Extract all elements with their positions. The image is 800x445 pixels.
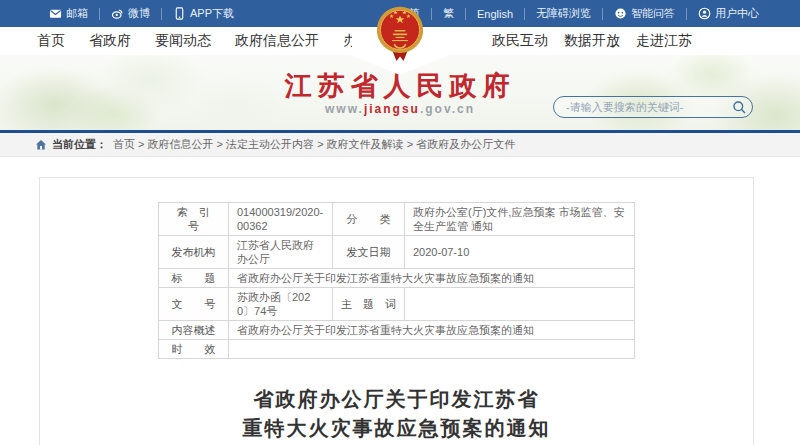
smart-qa-link[interactable]: 智能问答 [603, 8, 687, 20]
meta-label: 时 效 [159, 340, 229, 359]
table-row: 文 号苏政办函〔2020〕74号主 题 词 [159, 288, 635, 321]
nav-item-open-data[interactable]: 数据开放 [564, 32, 620, 50]
site-search [553, 96, 753, 118]
user-center-link[interactable]: 用户中心 [687, 8, 770, 20]
meta-value: 省政府办公厅关于印发江苏省重特大火灾事故应急预案的通知 [229, 321, 635, 340]
table-row: 内容概述省政府办公厅关于印发江苏省重特大火灾事故应急预案的通知 [159, 321, 635, 340]
lang-english-link[interactable]: English [466, 8, 525, 20]
url-highlight: jiangsu [364, 102, 420, 116]
meta-value [405, 288, 635, 321]
accessibility-label: 无障碍浏览 [536, 6, 591, 21]
accessibility-link[interactable]: 无障碍浏览 [525, 8, 603, 20]
mail-link[interactable]: 邮箱 [38, 8, 100, 20]
nav-item-interaction[interactable]: 政民互动 [492, 32, 548, 50]
topbar-left-group: 邮箱 微博 APP下载 [0, 0, 245, 27]
nav-item-provincial-gov[interactable]: 省政府 [89, 32, 131, 50]
meta-value: 2020-07-10 [405, 236, 635, 269]
breadcrumb-prefix: 当前位置： [52, 137, 107, 152]
meta-label: 索 引 号 [159, 203, 229, 236]
search-button[interactable] [726, 97, 752, 117]
meta-label: 发文日期 [333, 236, 405, 269]
meta-value [229, 340, 635, 359]
meta-value: 省政府办公厅关于印发江苏省重特大火灾事故应急预案的通知 [229, 269, 635, 288]
nav-item-home[interactable]: 首页 [37, 32, 65, 50]
content-panel: 索 引 号014000319/2020-00362分 类政府办公室(厅)文件,应… [39, 177, 754, 445]
meta-label: 主 题 词 [333, 288, 405, 321]
nav-right-group: 政民互动 数据开放 走进江苏 [492, 27, 692, 55]
robot-icon [614, 7, 627, 20]
national-emblem-icon [373, 5, 427, 69]
search-input[interactable] [554, 101, 726, 113]
meta-label: 标 题 [159, 269, 229, 288]
document-title-line2: 重特大火灾事故应急预案的通知 [40, 414, 753, 443]
meta-label: 内容概述 [159, 321, 229, 340]
smart-qa-label: 智能问答 [631, 6, 675, 21]
meta-value: 苏政办函〔2020〕74号 [229, 288, 333, 321]
document-title: 省政府办公厅关于印发江苏省 重特大火灾事故应急预案的通知 [40, 385, 753, 443]
weibo-label: 微博 [128, 6, 150, 21]
phone-icon [173, 7, 186, 20]
table-row: 索 引 号014000319/2020-00362分 类政府办公室(厅)文件,应… [159, 203, 635, 236]
meta-label: 文 号 [159, 288, 229, 321]
meta-value: 政府办公室(厅)文件,应急预案 市场监管、安全生产监管 通知 [405, 203, 635, 236]
weibo-icon [111, 7, 124, 20]
mail-icon [49, 7, 62, 20]
topbar-right-group: 简 繁 English 无障碍浏览 智能问答 用户中心 [398, 0, 800, 27]
weibo-link[interactable]: 微博 [100, 8, 162, 20]
meta-value: 014000319/2020-00362 [229, 203, 333, 236]
app-download-link[interactable]: APP下载 [162, 8, 245, 20]
nav-item-info-disclosure[interactable]: 政府信息公开 [235, 32, 319, 50]
meta-label: 发布机构 [159, 236, 229, 269]
url-prefix: www. [325, 102, 364, 116]
meta-label: 分 类 [333, 203, 405, 236]
search-icon [732, 100, 747, 115]
nav-item-about-jiangsu[interactable]: 走进江苏 [636, 32, 692, 50]
lang-traditional-label: 繁 [443, 6, 454, 21]
doc-meta-table: 索 引 号014000319/2020-00362分 类政府办公室(厅)文件,应… [158, 202, 635, 359]
user-icon [698, 7, 711, 20]
lang-english-label: English [477, 8, 513, 20]
meta-value: 江苏省人民政府办公厅 [229, 236, 333, 269]
home-icon [35, 139, 47, 151]
app-download-label: APP下载 [190, 6, 234, 21]
table-row: 时 效 [159, 340, 635, 359]
table-row: 发布机构江苏省人民政府办公厅发文日期2020-07-10 [159, 236, 635, 269]
page: 邮箱 微博 APP下载 简 繁 Englis [0, 0, 800, 445]
breadcrumb: 当前位置： 首页 > 政府信息公开 > 法定主动公开内容 > 政府文件及解读 >… [0, 133, 800, 157]
nav-left-group: 首页 省政府 要闻动态 政府信息公开 办事服务 [37, 27, 399, 55]
table-row: 标 题省政府办公厅关于印发江苏省重特大火灾事故应急预案的通知 [159, 269, 635, 288]
url-suffix: .gov.cn [420, 102, 475, 116]
document-title-line1: 省政府办公厅关于印发江苏省 [40, 385, 753, 414]
nav-item-news[interactable]: 要闻动态 [155, 32, 211, 50]
user-center-label: 用户中心 [715, 6, 759, 21]
mail-label: 邮箱 [66, 6, 88, 21]
lang-traditional-link[interactable]: 繁 [432, 8, 466, 20]
breadcrumb-trail[interactable]: 首页 > 政府信息公开 > 法定主动公开内容 > 政府文件及解读 > 省政府及办… [113, 137, 515, 152]
